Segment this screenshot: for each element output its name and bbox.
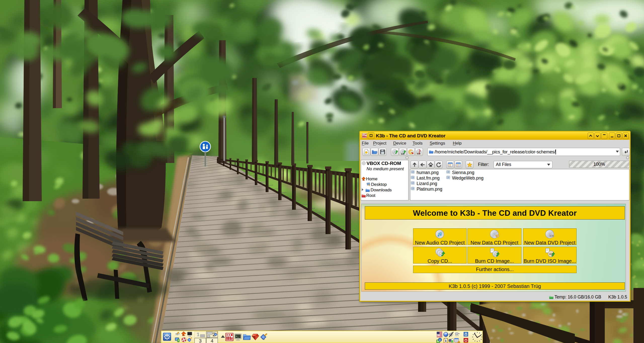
svg-text:B: B — [231, 336, 233, 341]
svg-text:k: k — [445, 339, 447, 343]
svg-text:B: B — [365, 136, 367, 138]
svg-text:i: i — [439, 338, 440, 341]
svg-text:DVD: DVD — [550, 235, 553, 237]
svg-text:us: us — [437, 333, 440, 337]
svg-text:>_: >_ — [236, 335, 239, 338]
svg-text:DVD: DVD — [417, 153, 420, 155]
svg-text:DVD: DVD — [401, 153, 405, 155]
